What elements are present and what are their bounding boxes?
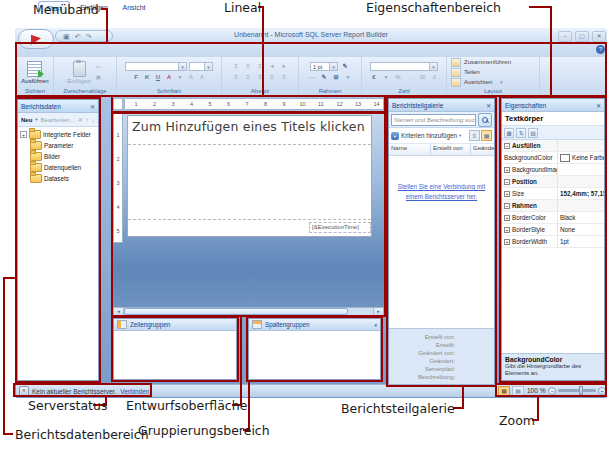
property-row[interactable]: +BackgroundImage (502, 164, 604, 176)
expand-icon[interactable]: + (504, 227, 510, 233)
gallery-close-icon[interactable]: ✕ (486, 102, 491, 109)
scroll-left-icon[interactable]: ◂ (114, 308, 124, 315)
zoom-in-icon[interactable]: + (598, 387, 606, 395)
column-name[interactable]: Name (389, 144, 431, 155)
percent-icon[interactable]: % (393, 73, 403, 82)
office-button[interactable] (18, 29, 54, 49)
add-criteria-button[interactable]: Kriterien hinzufügen (401, 132, 457, 139)
collapse-icon[interactable]: − (504, 179, 510, 185)
delete-icon[interactable]: ✕ (78, 116, 83, 123)
align-center-icon[interactable]: ≡ (243, 62, 253, 71)
save-icon[interactable]: ▣ (63, 33, 70, 40)
bullet-list-icon[interactable]: ≡ (267, 73, 277, 82)
border-dropdown-icon[interactable]: ▾ (343, 73, 353, 82)
property-category[interactable]: −Rahmen (502, 200, 604, 212)
column-created-by[interactable]: Erstellt von (431, 144, 471, 155)
report-body[interactable] (128, 145, 371, 219)
report-title-placeholder[interactable]: Zum Hinzufügen eines Titels klicken (128, 116, 371, 145)
property-row[interactable]: +Size 152,4mm; 57,15mm (502, 188, 604, 200)
undo-icon[interactable]: ↶ (75, 33, 81, 40)
align-bottom-icon[interactable]: ≡ (255, 73, 265, 82)
copy-icon[interactable]: ▣ (94, 73, 103, 81)
property-pages-icon[interactable]: ▤ (528, 128, 538, 138)
report-data-close-icon[interactable]: ✕ (90, 103, 95, 110)
property-row[interactable]: BackgroundColor Keine Farbe (502, 152, 604, 164)
execution-time-textbox[interactable]: [&ExecutionTime] (309, 222, 371, 233)
font-size-select[interactable] (189, 62, 213, 71)
align-top-icon[interactable]: ≡ (231, 73, 241, 82)
font-family-select[interactable] (125, 62, 187, 71)
number-format-select[interactable] (370, 62, 438, 71)
merge-button[interactable]: Zusammenführen (451, 57, 511, 67)
property-category[interactable]: −Position (502, 176, 604, 188)
zoom-slider[interactable] (558, 389, 596, 392)
expand-icon[interactable]: + (504, 191, 510, 197)
sort-alphabetical-icon[interactable]: ⇅ (516, 128, 526, 138)
shrink-font-button[interactable]: A (197, 73, 207, 82)
decrease-decimals-icon[interactable]: .0 (429, 73, 439, 82)
restore-button[interactable]: ▢ (575, 31, 589, 42)
new-button[interactable]: Neu (21, 117, 32, 123)
close-button[interactable]: ✕ (592, 31, 606, 42)
collapse-icon[interactable]: − (504, 143, 510, 149)
increase-decimals-icon[interactable]: .00 (417, 73, 427, 82)
property-category[interactable]: −Ausfüllen (502, 140, 604, 152)
column-modified[interactable]: Geändert (471, 144, 494, 155)
list-view-icon[interactable]: ≡ (469, 130, 480, 141)
move-down-icon[interactable]: ↓ (92, 117, 95, 123)
currency-icon[interactable]: € (369, 73, 379, 82)
border-pen-icon[interactable]: ✎ (340, 62, 350, 71)
zoom-out-icon[interactable]: − (548, 387, 556, 395)
italic-button[interactable]: K (142, 73, 152, 82)
font-color-button[interactable]: A (164, 73, 174, 82)
expand-icon[interactable]: + (504, 167, 510, 173)
align-left-icon[interactable]: ≡ (231, 62, 241, 71)
scrollbar-thumb[interactable] (124, 308, 348, 315)
expand-icon[interactable]: + (20, 131, 27, 138)
scroll-right-icon[interactable]: ▸ (373, 308, 383, 315)
border-width-select[interactable]: 1 pt (310, 62, 338, 71)
expand-icon[interactable]: + (504, 239, 510, 245)
connect-link[interactable]: Verbinden (120, 388, 149, 395)
column-groups-dropdown-icon[interactable]: ▾ (374, 322, 377, 328)
underline-button[interactable]: U (153, 73, 163, 82)
border-color-icon[interactable]: ✎ (319, 73, 329, 82)
cut-icon[interactable]: ✂ (94, 63, 103, 71)
redo-icon[interactable]: ↷ (86, 33, 92, 40)
zoom-slider-thumb[interactable] (579, 386, 583, 395)
search-button[interactable] (478, 113, 492, 127)
design-view-icon[interactable]: ▦ (498, 386, 510, 396)
currency-dropdown-icon[interactable]: ▾ (381, 73, 391, 82)
border-line-style-icon[interactable]: — (307, 73, 317, 82)
collapse-icon[interactable]: − (504, 203, 510, 209)
paste-button[interactable]: Einfügen (67, 61, 91, 84)
font-color-dropdown-icon[interactable]: ▾ (175, 73, 185, 82)
new-dropdown-icon[interactable]: ▾ (35, 117, 37, 122)
move-up-icon[interactable]: ↑ (86, 117, 89, 123)
run-view-icon[interactable]: ▤ (512, 386, 524, 396)
property-row[interactable]: +BorderStyle None (502, 224, 604, 236)
search-input[interactable]: Namen und Beschreibung suchen (391, 114, 476, 126)
thousands-separator-icon[interactable]: , (405, 73, 415, 82)
align-right-icon[interactable]: ≡ (255, 62, 265, 71)
criteria-dropdown-icon[interactable]: ▾ (459, 133, 461, 138)
tree-item-datasets[interactable]: Datasets (20, 173, 98, 184)
indent-decrease-icon[interactable]: ◂ (267, 62, 277, 71)
property-row[interactable]: +BorderWidth 1pt (502, 236, 604, 248)
expand-icon[interactable]: + (504, 215, 510, 221)
connect-report-server-link[interactable]: Stellen Sie eine Verbindung mit einem Be… (389, 182, 494, 202)
indent-increase-icon[interactable]: ▸ (279, 62, 289, 71)
minimize-button[interactable]: – (558, 31, 572, 42)
properties-close-icon[interactable]: ✕ (596, 102, 601, 109)
help-icon[interactable]: ? (596, 45, 605, 54)
number-list-icon[interactable]: ≡ (279, 73, 289, 82)
split-button[interactable]: Teilen (451, 67, 480, 77)
categorized-icon[interactable]: ▦ (504, 128, 514, 138)
bold-button[interactable]: F (131, 73, 141, 82)
design-horizontal-scrollbar[interactable]: ◂ ▸ (113, 307, 384, 316)
run-button[interactable]: Ausführen (21, 61, 48, 84)
align-button[interactable]: Ausrichten ▾ (451, 77, 503, 87)
property-row[interactable]: +BorderColor Black (502, 212, 604, 224)
grow-font-button[interactable]: A (186, 73, 196, 82)
edit-button[interactable]: Bearbeiten... (41, 117, 75, 123)
